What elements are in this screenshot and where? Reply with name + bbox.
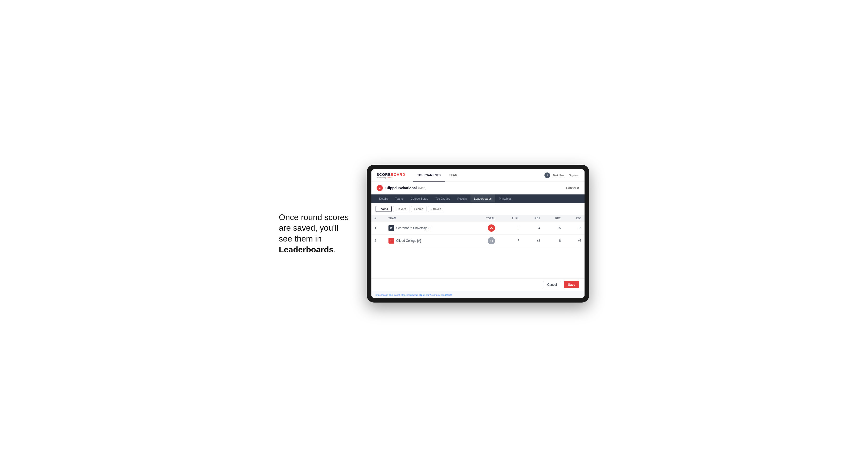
rank-cell: 1 xyxy=(371,222,385,235)
rank-cell: 2 xyxy=(371,234,385,247)
tab-printables[interactable]: Printables xyxy=(495,194,515,203)
table-row: 1 SU Scoreboard University [A] -5 F -4 +… xyxy=(371,222,585,235)
score-badge: -5 xyxy=(488,224,495,232)
filter-scores[interactable]: Scores xyxy=(411,206,427,212)
team-cell: C Clippd College [A] xyxy=(385,234,471,247)
powered-by: Powered by clippd xyxy=(377,177,405,179)
sidebar-text-bold: Leaderboards xyxy=(279,245,334,254)
logo-area: SCOREBOARD Powered by clippd xyxy=(377,173,405,179)
rd3-cell: +3 xyxy=(564,234,585,247)
team-row: SU Scoreboard University [A] xyxy=(389,225,468,231)
rd3-cell: -6 xyxy=(564,222,585,235)
url-text: https://stage-blue-coach.stagescoreboard… xyxy=(376,294,452,296)
rd2-cell: -8 xyxy=(543,234,564,247)
col-thru: THRU xyxy=(498,215,523,222)
total-cell: -5 xyxy=(471,222,498,235)
rd1-cell: -4 xyxy=(523,222,544,235)
col-rank: # xyxy=(371,215,385,222)
leaderboard-table: # TEAM TOTAL THRU RD1 RD2 RD3 1 SU Score… xyxy=(371,215,585,247)
filter-teams[interactable]: Teams xyxy=(376,206,392,212)
tab-leaderboards[interactable]: Leaderboards xyxy=(470,194,495,203)
col-rd2: RD2 xyxy=(543,215,564,222)
team-logo: SU xyxy=(389,225,394,231)
tab-details[interactable]: Details xyxy=(376,194,392,203)
tablet-device: SCOREBOARD Powered by clippd TOURNAMENTS… xyxy=(367,165,589,303)
team-cell: SU Scoreboard University [A] xyxy=(385,222,471,235)
tablet-screen: SCOREBOARD Powered by clippd TOURNAMENTS… xyxy=(371,169,585,298)
save-button[interactable]: Save xyxy=(564,281,579,288)
thru-cell: F xyxy=(498,222,523,235)
user-name: Test User | xyxy=(553,174,566,177)
logo: SCOREBOARD xyxy=(377,173,405,177)
tab-teams[interactable]: Teams xyxy=(392,194,407,203)
bottom-bar: Cancel Save xyxy=(371,278,585,291)
tournament-subtitle: (Men) xyxy=(418,186,426,190)
nav-teams[interactable]: TEAMS xyxy=(445,169,464,182)
url-bar: https://stage-blue-coach.stagescoreboard… xyxy=(371,291,585,298)
nav-links: TOURNAMENTS TEAMS xyxy=(413,169,464,182)
filter-players[interactable]: Players xyxy=(393,206,409,212)
col-rd1: RD1 xyxy=(523,215,544,222)
col-total: TOTAL xyxy=(471,215,498,222)
tab-tee-groups[interactable]: Tee Groups xyxy=(432,194,454,203)
team-logo: C xyxy=(389,238,394,244)
team-row: C Clippd College [A] xyxy=(389,238,468,244)
table-row: 2 C Clippd College [A] +3 F +8 -8 +3 xyxy=(371,234,585,247)
filter-strokes[interactable]: Strokes xyxy=(428,206,444,212)
tab-bar: Details Teams Course Setup Tee Groups Re… xyxy=(371,194,585,203)
table-header-row: # TEAM TOTAL THRU RD1 RD2 RD3 xyxy=(371,215,585,222)
user-avatar: S xyxy=(545,173,550,178)
sidebar-text-main: Once round scores are saved, you'll see … xyxy=(279,213,349,243)
nav-tournaments[interactable]: TOURNAMENTS xyxy=(413,169,445,182)
filter-bar: Teams Players Scores Strokes xyxy=(371,203,585,215)
rd1-cell: +8 xyxy=(523,234,544,247)
col-rd3: RD3 xyxy=(564,215,585,222)
rd2-cell: +5 xyxy=(543,222,564,235)
thru-cell: F xyxy=(498,234,523,247)
tournament-icon: C xyxy=(377,185,383,191)
tab-results[interactable]: Results xyxy=(454,194,470,203)
sidebar-description: Once round scores are saved, you'll see … xyxy=(279,212,351,255)
score-badge: +3 xyxy=(488,237,495,244)
sign-out-link[interactable]: Sign out xyxy=(569,174,579,177)
team-name: Scoreboard University [A] xyxy=(396,226,431,230)
sidebar-text-end: . xyxy=(334,245,336,254)
tab-course-setup[interactable]: Course Setup xyxy=(407,194,432,203)
team-name: Clippd College [A] xyxy=(396,239,421,243)
cancel-tournament-link[interactable]: Cancel ✕ xyxy=(566,186,579,190)
total-cell: +3 xyxy=(471,234,498,247)
nav-right: S Test User | Sign out xyxy=(545,173,579,178)
page-wrapper: Once round scores are saved, you'll see … xyxy=(279,165,589,303)
tournament-title: Clippd Invitational xyxy=(385,186,417,190)
cancel-x-icon: ✕ xyxy=(577,186,579,190)
col-team: TEAM xyxy=(385,215,471,222)
top-nav: SCOREBOARD Powered by clippd TOURNAMENTS… xyxy=(371,169,585,182)
tournament-header: C Clippd Invitational (Men) Cancel ✕ xyxy=(371,182,585,194)
cancel-button[interactable]: Cancel xyxy=(543,281,561,288)
